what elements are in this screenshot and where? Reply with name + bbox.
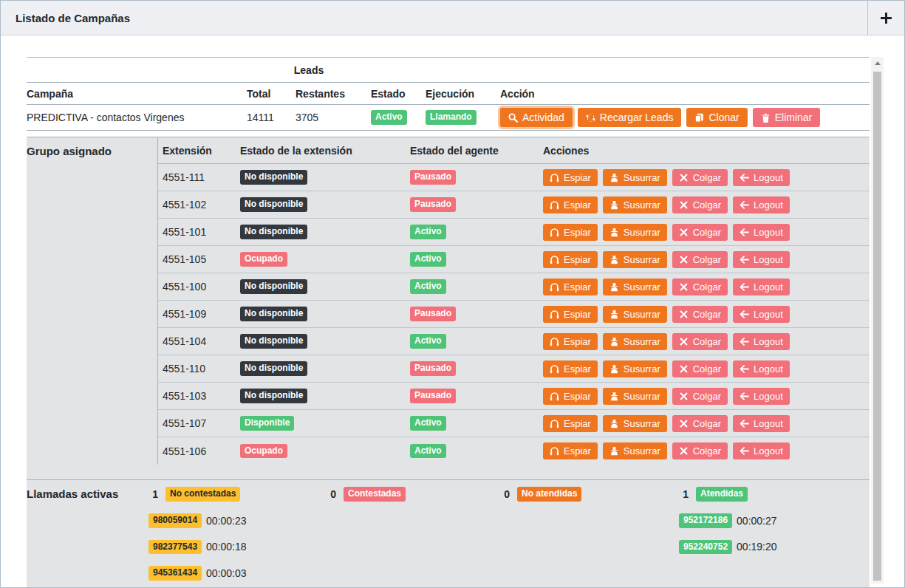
whisper-button[interactable]: Susurrar [603, 224, 667, 241]
call-entry: 945361434 00:00:03 [148, 566, 327, 581]
logout-button[interactable]: Logout [733, 251, 790, 268]
activity-button[interactable]: Actividad [500, 108, 573, 127]
assigned-group-title: Grupo asignado [27, 137, 157, 157]
agent-state-badge: Activo [410, 334, 446, 349]
logout-button[interactable]: Logout [733, 169, 790, 186]
column-header-extension-state: Estado de la extensión [240, 145, 410, 157]
whisper-button[interactable]: Susurrar [603, 360, 667, 377]
hangup-button[interactable]: Colgar [672, 388, 728, 405]
spy-button[interactable]: Espiar [543, 224, 598, 241]
hangup-button[interactable]: Colgar [672, 415, 728, 432]
campaign-total: 14111 [247, 112, 296, 123]
campaign-remaining: 3705 [296, 112, 371, 123]
logout-button[interactable]: Logout [733, 224, 790, 241]
extension-state-badge: No disponible [240, 170, 307, 185]
whisper-button[interactable]: Susurrar [603, 169, 667, 186]
headphones-icon [550, 364, 559, 374]
scrollbar-thumb[interactable] [873, 72, 881, 581]
spy-button[interactable]: Espiar [543, 415, 598, 432]
answered-count: 0 [330, 488, 336, 500]
whisper-agent-icon [609, 173, 619, 182]
headphones-icon [550, 173, 559, 182]
headphones-icon [550, 255, 559, 264]
spy-button[interactable]: Espiar [543, 278, 598, 295]
extension-number: 4551-109 [163, 308, 240, 320]
extension-state-badge: No disponible [240, 225, 307, 239]
whisper-button[interactable]: Susurrar [603, 442, 667, 459]
extensions-table: Extensión Estado de la extensión Estado … [157, 137, 870, 465]
arrow-left-icon [740, 255, 749, 264]
whisper-button[interactable]: Susurrar [603, 196, 667, 213]
spy-button[interactable]: Espiar [543, 360, 598, 377]
answered-column: 0 Contestadas [327, 480, 500, 502]
answered-badge: Contestadas [344, 487, 406, 502]
logout-button[interactable]: Logout [733, 415, 790, 432]
whisper-button[interactable]: Susurrar [603, 388, 667, 405]
spy-button[interactable]: Espiar [543, 388, 598, 405]
spy-button[interactable]: Espiar [543, 169, 598, 186]
spy-button[interactable]: Espiar [543, 251, 598, 268]
whisper-button[interactable]: Susurrar [603, 278, 667, 295]
arrow-left-icon [740, 228, 749, 237]
logout-button[interactable]: Logout [733, 196, 790, 213]
extension-row: 4551-104 No disponible Activo Espiar [158, 328, 870, 355]
scrollbar[interactable] [871, 57, 884, 584]
column-header-state: Estado [371, 88, 426, 100]
logout-button[interactable]: Logout [733, 278, 790, 295]
x-icon [679, 310, 689, 319]
call-timer: 00:00:23 [206, 515, 247, 527]
extension-row: 4551-107 Disponible Activo Espiar [158, 410, 870, 437]
titlebar: Listado de Campañas [1, 1, 904, 35]
hangup-button[interactable]: Colgar [672, 251, 728, 268]
unanswered-badge: No contestadas [165, 487, 240, 502]
call-number-badge: 980059014 [148, 513, 202, 528]
column-header-actions: Acciones [543, 145, 870, 157]
x-icon [679, 173, 689, 182]
call-entry: 980059014 00:00:23 [148, 513, 327, 528]
unattended-count: 0 [504, 488, 510, 500]
delete-button[interactable]: Eliminar [753, 108, 821, 127]
hangup-button[interactable]: Colgar [672, 360, 728, 377]
logout-button[interactable]: Logout [733, 388, 790, 405]
spy-button[interactable]: Espiar [543, 196, 598, 213]
arrow-left-icon [740, 364, 749, 374]
extension-row: 4551-105 Ocupado Activo Espiar [158, 246, 870, 273]
logout-button[interactable]: Logout [733, 360, 790, 377]
agent-state-badge: Pausado [410, 389, 456, 403]
whisper-button[interactable]: Susurrar [603, 415, 667, 432]
whisper-button[interactable]: Susurrar [603, 333, 667, 350]
trash-icon [761, 113, 771, 123]
scroll-up-button[interactable] [871, 57, 884, 69]
clone-icon [694, 113, 704, 123]
hangup-button[interactable]: Colgar [672, 306, 728, 323]
hangup-button[interactable]: Colgar [672, 196, 728, 213]
x-icon [679, 419, 689, 428]
agent-state-badge: Activo [410, 252, 446, 267]
leads-group-row: Leads [27, 58, 870, 83]
call-entry: 952172186 00:00:27 [679, 513, 870, 528]
spy-button[interactable]: Espiar [543, 442, 598, 459]
logout-button[interactable]: Logout [733, 442, 790, 459]
hangup-button[interactable]: Colgar [672, 278, 728, 295]
whisper-agent-icon [609, 282, 619, 292]
call-timer: 00:00:27 [737, 515, 777, 527]
spy-button[interactable]: Espiar [543, 333, 598, 350]
hangup-button[interactable]: Colgar [672, 224, 728, 241]
page-title: Listado de Campañas [1, 1, 867, 35]
call-number-badge: 945361434 [148, 566, 202, 581]
hangup-button[interactable]: Colgar [672, 169, 728, 186]
logout-button[interactable]: Logout [733, 306, 790, 323]
logout-button[interactable]: Logout [733, 333, 790, 350]
reload-leads-button[interactable]: Recargar Leads [578, 108, 682, 127]
hangup-button[interactable]: Colgar [672, 333, 728, 350]
whisper-button[interactable]: Susurrar [603, 306, 667, 323]
add-campaign-button[interactable] [868, 1, 904, 35]
spy-button[interactable]: Espiar [543, 306, 598, 323]
clone-button[interactable]: Clonar [686, 108, 747, 127]
whisper-button[interactable]: Susurrar [603, 251, 667, 268]
hangup-button[interactable]: Colgar [672, 442, 728, 459]
extension-row: 4551-111 No disponible Pausado Espiar [158, 164, 870, 191]
content-area: Leads Campaña Total Restantes Estado Eje… [1, 35, 904, 588]
unattended-column: 0 No atendidas [500, 480, 679, 502]
extension-state-badge: No disponible [240, 279, 307, 294]
